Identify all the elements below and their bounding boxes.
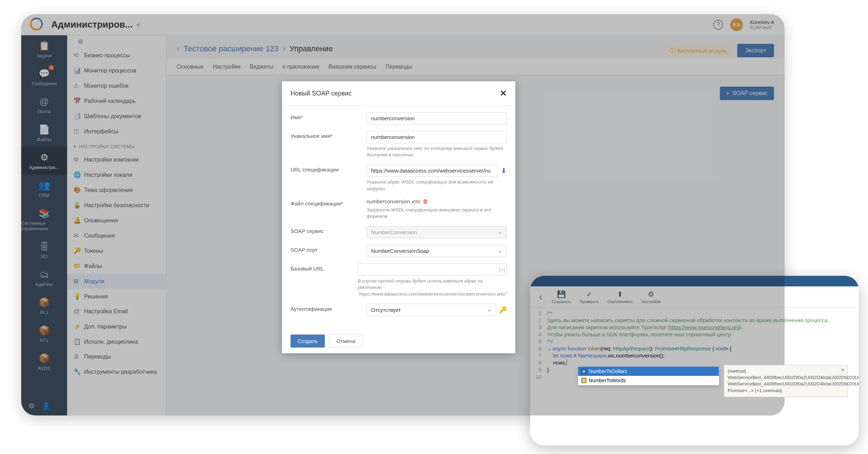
autocomplete-item[interactable]: ⊕NumberToDollars xyxy=(578,367,719,376)
soap-service-select[interactable] xyxy=(366,226,507,238)
tooltip-close-icon[interactable]: ✕ xyxy=(841,367,845,374)
signature-tooltip: ✕ (method) WebService$ext_4409fbecU002Df… xyxy=(724,365,848,397)
spec-file-link[interactable]: numberconversion.xml xyxy=(366,198,420,204)
main-app-window: Администриров... « ? KA Kononov A ELMA t… xyxy=(21,14,785,415)
close-icon[interactable]: ✕ xyxy=(500,88,507,98)
key-icon[interactable]: 🔑 xyxy=(499,306,507,314)
method-icon: ⊕ xyxy=(581,368,587,374)
url-spec-input[interactable] xyxy=(366,164,498,177)
name-input[interactable] xyxy=(366,112,507,124)
download-icon[interactable]: ⬇ xyxy=(501,167,507,175)
auth-select[interactable] xyxy=(366,304,496,316)
method-icon: ⊕ xyxy=(581,378,587,383)
autocomplete-item[interactable]: ⊕NumberToWords xyxy=(578,376,719,385)
cancel-button[interactable]: Отмена xyxy=(329,334,363,348)
new-soap-service-modal: Новый SOAP сервис ✕ Имя* Уникальное имя*… xyxy=(282,81,515,353)
modal-title: Новый SOAP сервис xyxy=(291,90,352,97)
vars-icon[interactable]: {+} xyxy=(499,267,505,273)
base-url-input[interactable] xyxy=(358,263,507,276)
autocomplete-popup[interactable]: ⊕NumberToDollars⊕NumberToWords xyxy=(578,366,719,385)
create-button[interactable]: Создать xyxy=(291,334,325,348)
soap-port-select[interactable] xyxy=(366,245,507,257)
unique-name-input[interactable] xyxy=(366,131,507,143)
trash-icon[interactable]: 🗑 xyxy=(423,198,428,204)
